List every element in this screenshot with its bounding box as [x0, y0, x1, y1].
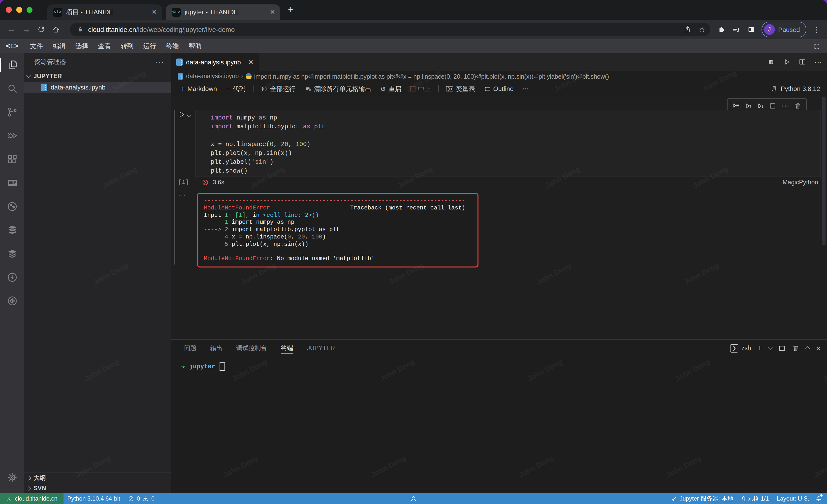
forward-icon[interactable]: → [19, 24, 34, 35]
menu-view[interactable]: 查看 [93, 42, 116, 51]
run-options-chevron-icon[interactable] [186, 112, 191, 117]
output-options-icon[interactable]: ··· [178, 192, 186, 199]
playlist-extension-icon[interactable] [729, 25, 744, 34]
browser-tab-project[interactable]: <t> 项目 - TITANIDE ✕ [47, 4, 162, 20]
sidebar-section-jupyter[interactable]: JUPYTER [24, 70, 171, 81]
cell-language-mode[interactable]: MagicPython [782, 179, 818, 186]
menu-terminal[interactable]: 终端 [161, 42, 184, 51]
browser-profile-button[interactable]: J Paused [762, 22, 806, 37]
close-tab-icon[interactable]: ✕ [270, 8, 275, 16]
editor-tab-notebook[interactable]: data-analysis.ipynb ✕ [171, 53, 259, 71]
close-window-button[interactable] [6, 7, 12, 13]
kill-terminal-icon[interactable] [792, 344, 799, 352]
url-bar[interactable]: cloud.titanide.cn/ide/web/coding/jupyter… [70, 22, 710, 37]
add-markdown-button[interactable]: +Markdown [177, 81, 220, 96]
search-icon[interactable] [0, 77, 24, 100]
double-chevron-up-icon[interactable] [409, 494, 418, 503]
notifications-bell-icon[interactable] [815, 495, 822, 502]
run-all-icon[interactable] [783, 58, 790, 66]
notebook-scrollbar[interactable] [822, 97, 826, 245]
split-editor-icon[interactable] [798, 58, 806, 66]
clear-outputs-button[interactable]: 清除所有单元格输出 [301, 81, 375, 96]
close-panel-icon[interactable]: ✕ [816, 344, 821, 352]
editor-more-icon[interactable]: ··· [814, 58, 822, 66]
sidebar-more-icon[interactable]: ··· [155, 58, 164, 66]
execute-above-icon[interactable] [744, 102, 752, 109]
maximize-window-button[interactable] [27, 7, 33, 13]
python-interpreter[interactable]: Python 3.10.4 64-bit [63, 495, 124, 502]
gitlens-icon[interactable] [0, 195, 24, 218]
panel-tab-problems[interactable]: 问题 [184, 340, 196, 356]
sidebar-section-outline[interactable]: 大纲 [24, 473, 171, 483]
terminal-dropdown-chevron-icon[interactable] [768, 345, 773, 350]
browser-preview-icon[interactable] [0, 171, 24, 195]
minimize-window-button[interactable] [16, 7, 22, 13]
share-icon[interactable] [684, 25, 692, 34]
jupyter-server-indicator[interactable]: Jupyter 服务器: 本地 [667, 494, 737, 503]
cell-position-indicator[interactable]: 单元格 1/1 [737, 494, 773, 503]
execute-below-icon[interactable] [757, 102, 764, 109]
interrupt-button[interactable]: 中止 [406, 81, 434, 96]
layers-icon[interactable] [0, 242, 24, 266]
panel-tab-terminal[interactable]: 终端 [281, 340, 293, 356]
toolbar-more-button[interactable]: ⋯ [519, 81, 532, 96]
cell-more-icon[interactable]: ··· [781, 101, 789, 110]
browser-menu-icon[interactable]: ⋮ [809, 25, 824, 34]
reload-icon[interactable] [34, 25, 48, 34]
home-icon[interactable] [48, 25, 63, 34]
menu-edit[interactable]: 编辑 [48, 42, 70, 51]
variables-button[interactable]: (x) 变量表 [443, 81, 479, 96]
kernel-server-icon [770, 85, 778, 93]
menu-file[interactable]: 文件 [25, 42, 48, 51]
source-control-icon[interactable] [0, 100, 24, 124]
run-debug-icon[interactable] [0, 124, 24, 148]
run-cell-button[interactable] [178, 111, 191, 118]
delete-cell-icon[interactable] [794, 102, 801, 109]
terminal-content[interactable]: ➜ jupyter [181, 362, 225, 371]
menu-help[interactable]: 帮助 [184, 42, 206, 51]
code-line: import matplotlib.pyplot as plt [211, 122, 820, 131]
sidebar-toggle-icon[interactable] [744, 25, 759, 34]
sidebar-item-notebook[interactable]: data-analysis.ipynb [24, 81, 171, 93]
layout-indicator[interactable]: Layout: U.S. [773, 495, 813, 502]
lightning-icon[interactable] [0, 266, 24, 289]
breadcrumb-file[interactable]: data-analysis.ipynb [186, 73, 239, 80]
problems-indicator[interactable]: 0 0 [124, 495, 158, 502]
menu-run[interactable]: 运行 [138, 42, 161, 51]
extensions-puzzle-icon[interactable] [714, 25, 729, 34]
database-icon[interactable] [0, 218, 24, 242]
terminal-shell-selector[interactable]: ❯ zsh [730, 344, 751, 352]
panel-tab-jupyter[interactable]: JUPYTER [307, 340, 335, 356]
add-code-button[interactable]: +代码 [222, 81, 249, 96]
extensions-icon[interactable] [0, 148, 24, 171]
notebook-settings-gear-icon[interactable] [767, 58, 775, 66]
sidebar-section-svn[interactable]: SVN [24, 483, 171, 493]
menu-goto[interactable]: 转到 [116, 42, 138, 51]
execute-cell-and-below-icon[interactable] [732, 102, 740, 109]
fullscreen-icon[interactable] [814, 43, 820, 49]
close-tab-icon[interactable]: ✕ [152, 8, 157, 16]
run-all-button[interactable]: 全部运行 [257, 81, 299, 96]
panel-tab-debug-console[interactable]: 调试控制台 [236, 340, 267, 356]
maximize-panel-chevron-icon[interactable] [805, 346, 810, 351]
bookmark-star-icon[interactable]: ☆ [699, 25, 706, 34]
restart-button[interactable]: ↺ 重启 [377, 81, 405, 96]
explorer-icon[interactable] [0, 53, 24, 77]
back-icon[interactable]: ← [4, 24, 19, 35]
new-terminal-icon[interactable]: + [758, 344, 762, 352]
outline-button[interactable]: Outline [480, 81, 517, 96]
new-tab-button[interactable]: + [288, 6, 293, 14]
breadcrumb-code-summary[interactable]: import numpy as np⏎import matplotlib.pyp… [254, 72, 609, 80]
kernel-picker[interactable]: Python 3.8.12 [770, 85, 820, 93]
split-terminal-icon[interactable] [778, 344, 786, 352]
code-cell-editor[interactable]: import numpy as np import matplotlib.pyp… [195, 110, 821, 177]
browser-tab-jupyter[interactable]: <t> jupyter - TITANIDE ✕ [166, 4, 280, 20]
panel-tab-output[interactable]: 输出 [210, 340, 223, 356]
close-editor-tab-icon[interactable]: ✕ [248, 58, 253, 66]
remote-indicator[interactable]: cloud.titanide.cn [0, 493, 63, 504]
split-cell-icon[interactable] [769, 102, 777, 109]
chevron-down-icon [26, 73, 31, 78]
settings-gear-icon[interactable] [0, 466, 24, 489]
menu-selection[interactable]: 选择 [70, 42, 93, 51]
remote-explorer-icon[interactable] [0, 289, 24, 313]
